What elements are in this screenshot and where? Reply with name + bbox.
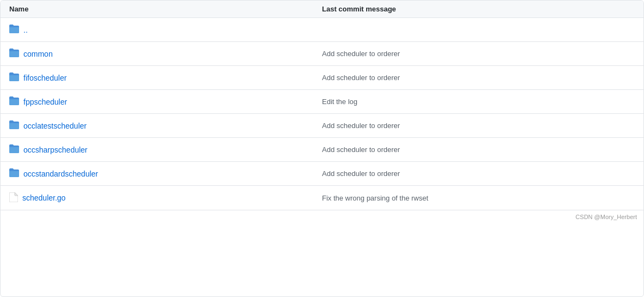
table-row: occlatestschedulerAdd scheduler to order… <box>1 114 643 138</box>
table-row: scheduler.goFix the wrong parsing of the… <box>1 186 643 210</box>
table-row: commonAdd scheduler to orderer <box>1 42 643 66</box>
name-cell: occstandardscheduler <box>9 168 322 179</box>
name-header: Name <box>9 5 322 13</box>
commit-message: Add scheduler to orderer <box>322 169 635 178</box>
commit-header: Last commit message <box>322 5 635 13</box>
commit-message: Add scheduler to orderer <box>322 146 635 154</box>
folder-icon <box>9 96 19 107</box>
item-name[interactable]: fppscheduler <box>23 98 67 106</box>
file-icon <box>9 192 18 204</box>
folder-icon <box>9 168 19 179</box>
name-cell: fppscheduler <box>9 96 322 107</box>
table-body: .. commonAdd scheduler to orderer fifosc… <box>1 18 643 210</box>
folder-icon <box>9 144 19 155</box>
folder-icon <box>9 25 19 35</box>
commit-message: Fix the wrong parsing of the rwset <box>322 194 635 202</box>
commit-message: Add scheduler to orderer <box>322 122 635 130</box>
table-row: occsharpschedulerAdd scheduler to ordere… <box>1 138 643 162</box>
table-header: Name Last commit message <box>1 1 643 18</box>
item-name[interactable]: fifoscheduler <box>23 74 66 82</box>
watermark: CSDN @Mory_Herbert <box>1 210 643 223</box>
name-cell: .. <box>9 25 322 35</box>
name-cell: common <box>9 49 322 59</box>
table-row: occstandardschedulerAdd scheduler to ord… <box>1 162 643 186</box>
item-name[interactable]: occstandardscheduler <box>23 169 98 178</box>
item-name[interactable]: occlatestscheduler <box>23 122 87 130</box>
item-name[interactable]: occsharpscheduler <box>23 146 88 154</box>
folder-icon <box>9 49 19 59</box>
commit-message: Edit the log <box>322 98 635 106</box>
name-cell: occlatestscheduler <box>9 120 322 131</box>
name-cell: occsharpscheduler <box>9 144 322 155</box>
folder-icon <box>9 72 19 83</box>
table-row: fifoschedulerAdd scheduler to orderer <box>1 66 643 90</box>
folder-icon <box>9 120 19 131</box>
commit-message: Add scheduler to orderer <box>322 50 635 58</box>
name-cell: fifoscheduler <box>9 72 322 83</box>
commit-message: Add scheduler to orderer <box>322 74 635 82</box>
file-table: Name Last commit message .. commonAdd sc… <box>0 0 644 297</box>
item-name[interactable]: common <box>23 50 53 58</box>
item-name[interactable]: scheduler.go <box>22 193 65 202</box>
table-row: fppschedulerEdit the log <box>1 90 643 114</box>
item-name[interactable]: .. <box>23 26 28 34</box>
name-cell: scheduler.go <box>9 192 322 204</box>
table-row: .. <box>1 18 643 42</box>
